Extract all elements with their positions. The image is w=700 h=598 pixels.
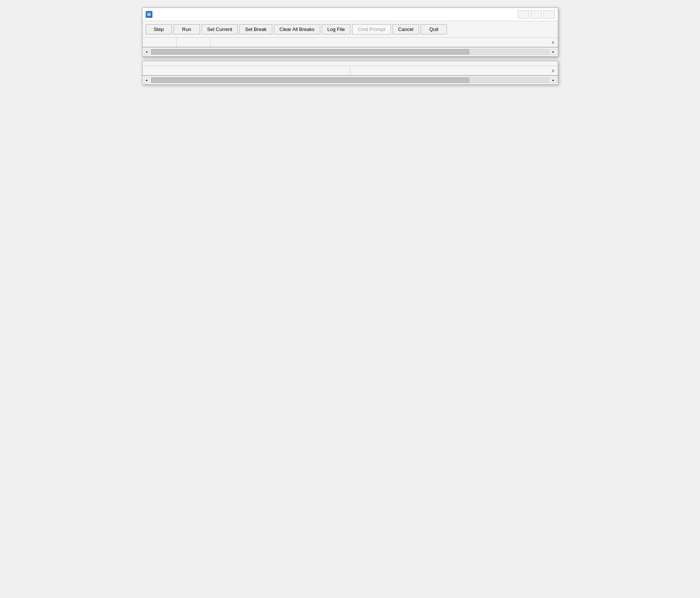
h-scroll-thumb	[151, 49, 470, 54]
toolbar: StepRunSet CurrentSet BreakClear All Bre…	[143, 21, 558, 38]
run-button[interactable]: Run	[174, 24, 200, 34]
variables-section-title	[143, 61, 558, 66]
var-scroll-up-arrow[interactable]: ∧	[551, 68, 555, 73]
step-button[interactable]: Step	[146, 24, 172, 34]
h-scrollbar[interactable]	[151, 49, 549, 55]
sequence-panel: ∧ ◂ ▸	[143, 38, 558, 57]
svg-rect-0	[147, 12, 151, 17]
svg-rect-3	[147, 15, 151, 15]
log-file-button[interactable]: Log File	[322, 24, 351, 34]
set-current-button[interactable]: Set Current	[202, 24, 238, 34]
header-value: ∧	[350, 66, 558, 75]
sequence-table-header: ∧	[143, 38, 558, 47]
maximize-button[interactable]	[531, 10, 542, 19]
variables-table-header: ∧	[143, 66, 558, 76]
scroll-left-btn[interactable]: ◂	[144, 49, 150, 55]
h-scrollbar-container[interactable]: ◂ ▸	[143, 47, 558, 56]
clear-all-breaks-button[interactable]: Clear All Breaks	[274, 24, 320, 34]
cancel-button[interactable]: Cancel	[393, 24, 419, 34]
minimize-button[interactable]	[518, 10, 529, 19]
quit-button[interactable]: Quit	[421, 24, 447, 34]
var-h-scrollbar-container[interactable]: ◂ ▸	[143, 76, 558, 84]
cmd-prompt-button: Cmd Prompt	[352, 24, 391, 34]
variables-window: ∧ ◂ ▸	[142, 61, 558, 85]
var-h-scrollbar[interactable]	[151, 77, 549, 83]
title-bar-left	[146, 11, 155, 18]
svg-rect-1	[147, 13, 149, 14]
var-h-scroll-thumb	[151, 77, 470, 83]
header-break	[177, 38, 211, 47]
debugger-window: StepRunSet CurrentSet BreakClear All Bre…	[142, 8, 558, 57]
title-bar	[143, 8, 558, 21]
scroll-right-btn[interactable]: ▸	[551, 49, 557, 55]
app-icon	[146, 11, 152, 18]
header-variable	[143, 66, 350, 75]
var-scroll-right-btn[interactable]: ▸	[551, 77, 557, 83]
title-controls	[518, 10, 555, 19]
var-scroll-left-btn[interactable]: ◂	[144, 77, 150, 83]
header-steps: ∧	[211, 38, 558, 47]
header-current	[143, 38, 177, 47]
close-button[interactable]	[543, 10, 555, 19]
scroll-up-arrow[interactable]: ∧	[551, 40, 555, 45]
svg-rect-2	[149, 13, 151, 14]
set-break-button[interactable]: Set Break	[239, 24, 272, 34]
